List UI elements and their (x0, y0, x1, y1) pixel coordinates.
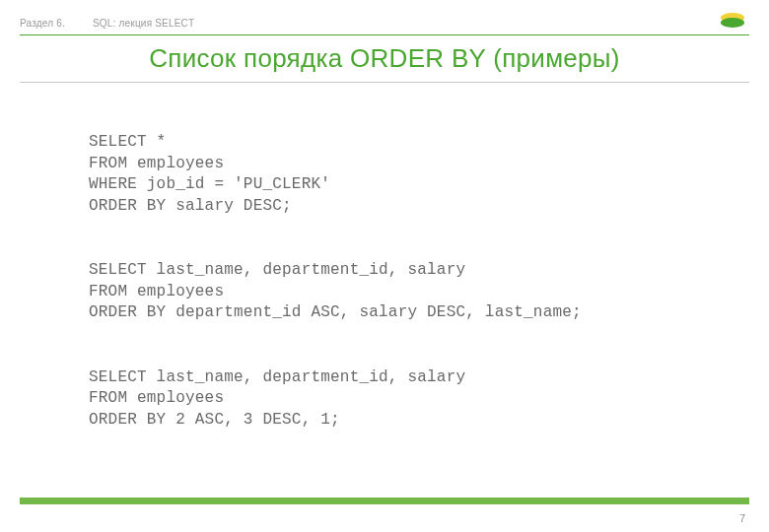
title-underline (20, 82, 749, 83)
header-divider (20, 34, 749, 35)
section-label: Раздел 6. (20, 18, 65, 29)
code-example-1: SELECT * FROM employees WHERE job_id = '… (89, 132, 749, 217)
page-number: 7 (739, 512, 745, 524)
lecture-label: SQL: лекция SELECT (93, 18, 194, 29)
slide-header: Раздел 6. SQL: лекция SELECT Список поря… (0, 0, 769, 83)
code-example-2: SELECT last_name, department_id, salary … (89, 260, 749, 324)
slide-title: Список порядка ORDER BY (примеры) (20, 43, 749, 74)
logo-icon (720, 12, 745, 30)
code-example-3: SELECT last_name, department_id, salary … (89, 367, 749, 432)
svg-point-1 (721, 18, 744, 28)
header-meta: Раздел 6. SQL: лекция SELECT (20, 18, 749, 29)
footer-accent-bar (20, 498, 749, 504)
slide-content: SELECT * FROM employees WHERE job_id = '… (0, 83, 769, 431)
